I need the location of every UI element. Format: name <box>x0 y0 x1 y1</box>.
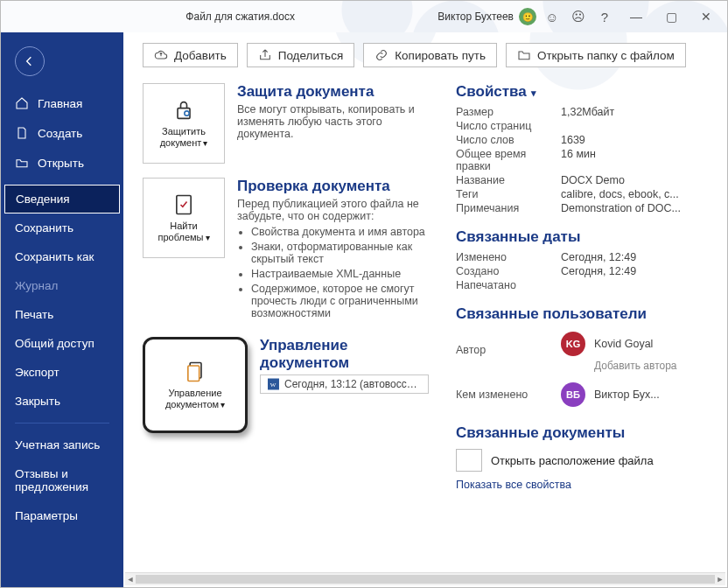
person-name: Виктор Бух... <box>594 388 660 401</box>
inspect-bullet-list: Свойства документа и имя автора Знаки, о… <box>251 226 431 319</box>
tile-label: Управление документом <box>165 388 222 410</box>
sidebar-item-label: Закрыть <box>15 395 60 408</box>
author-person[interactable]: KG Kovid Goyal <box>561 332 711 356</box>
face-smile-icon[interactable]: ☺ <box>542 6 563 27</box>
back-button[interactable] <box>15 46 45 76</box>
property-row: Размер1,32Мбайт <box>456 106 711 118</box>
sidebar-item-label: Общий доступ <box>15 337 94 350</box>
backstage-sidebar: Главная Создать Открыть Сведения Сохрани… <box>1 32 123 587</box>
sidebar-item-history: Журнал <box>1 271 123 300</box>
modified-by-person[interactable]: ВБ Виктор Бух... <box>561 382 711 407</box>
share-button[interactable]: Поделиться <box>247 43 355 67</box>
folder-open-icon <box>15 156 29 170</box>
tile-label: Защитить документ <box>160 126 206 148</box>
section-title: Проверка документа <box>237 178 431 195</box>
sidebar-item-label: Учетная запись <box>15 438 100 452</box>
user-name[interactable]: Виктор Бухтеев <box>438 10 514 23</box>
protect-document-tile[interactable]: Защитить документ▾ <box>143 83 225 164</box>
author-label: Автор <box>456 344 561 356</box>
property-row: Напечатано <box>456 279 711 291</box>
lock-icon <box>172 98 196 122</box>
link-icon <box>374 48 388 62</box>
horizontal-scrollbar[interactable]: ◄ ► <box>125 572 725 585</box>
people-heading: Связанные пользователи <box>456 305 711 323</box>
sidebar-item-label: Создать <box>38 127 82 140</box>
sidebar-item-info[interactable]: Сведения <box>4 185 120 214</box>
user-avatar-icon[interactable]: 🙂 <box>519 8 536 25</box>
svg-rect-4 <box>188 366 200 382</box>
info-pane: Добавить Поделиться Копировать путь Откр… <box>123 32 727 587</box>
add-author-link[interactable]: Добавить автора <box>594 360 677 372</box>
close-button[interactable]: ✕ <box>689 4 724 30</box>
svg-point-1 <box>185 111 189 116</box>
inspect-section: Найти проблемы▾ Проверка документа Перед… <box>143 178 431 323</box>
svg-text:W: W <box>270 382 276 388</box>
sidebar-item-export[interactable]: Экспорт <box>1 358 123 387</box>
sidebar-divider <box>15 423 109 424</box>
scroll-left-arrow[interactable]: ◄ <box>125 573 136 585</box>
sidebar-item-feedback[interactable]: Отзывы и предложения <box>1 459 123 501</box>
button-label: Открыть папку с файлом <box>537 49 675 62</box>
sidebar-item-label: Печать <box>15 308 53 321</box>
share-icon <box>258 48 272 62</box>
list-item: Свойства документа и имя автора <box>251 226 431 238</box>
sidebar-item-account[interactable]: Учетная запись <box>1 430 123 459</box>
home-icon <box>15 96 29 110</box>
sidebar-item-label: Сведения <box>16 192 70 206</box>
property-row: Число слов1639 <box>456 134 711 146</box>
checklist-icon <box>172 192 196 217</box>
related-docs-heading: Связанные документы <box>456 424 711 442</box>
sidebar-item-open[interactable]: Открыть <box>1 148 123 178</box>
sidebar-item-label: Параметры <box>15 509 78 522</box>
sidebar-item-save[interactable]: Сохранить <box>1 214 123 242</box>
property-row: ПримечанияDemonstration of DOC... <box>456 202 711 214</box>
open-location-label: Открыть расположение файла <box>491 454 654 467</box>
property-row: Общее время правки16 мин <box>456 148 711 172</box>
sidebar-item-save-as[interactable]: Сохранить как <box>1 242 123 271</box>
sidebar-item-home[interactable]: Главная <box>1 88 123 118</box>
document-icon <box>183 360 207 384</box>
minimize-button[interactable]: — <box>619 4 654 30</box>
sidebar-item-label: Сохранить как <box>15 250 94 263</box>
open-file-location[interactable]: Открыть расположение файла <box>456 449 711 472</box>
inspect-document-tile[interactable]: Найти проблемы▾ <box>143 178 225 258</box>
open-folder-button[interactable]: Открыть папку с файлом <box>506 43 686 67</box>
button-label: Добавить <box>174 49 227 62</box>
sidebar-item-close[interactable]: Закрыть <box>1 387 123 416</box>
property-row: СозданоСегодня, 12:49 <box>456 265 711 277</box>
copy-path-button[interactable]: Копировать путь <box>363 43 497 67</box>
property-row: НазваниеDOCX Demo <box>456 174 711 186</box>
manage-document-tile[interactable]: Управление документом▾ <box>143 337 248 433</box>
property-row: Число страниц <box>456 120 711 132</box>
svg-rect-0 <box>178 108 190 119</box>
maximize-button[interactable]: ▢ <box>654 4 689 30</box>
properties-heading[interactable]: Свойства ▾ <box>456 83 711 101</box>
folder-icon <box>456 449 482 472</box>
show-all-properties-link[interactable]: Показать все свойства <box>456 479 711 491</box>
folder-icon <box>517 48 531 62</box>
tile-label: Найти проблемы <box>158 220 203 242</box>
sidebar-item-options[interactable]: Параметры <box>1 501 123 530</box>
cloud-upload-icon <box>154 48 168 62</box>
sidebar-item-print[interactable]: Печать <box>1 300 123 329</box>
autorecover-version[interactable]: W Сегодня, 13:12 (автовосстан... <box>260 374 429 394</box>
upload-button[interactable]: Добавить <box>143 43 238 67</box>
scrollbar-thumb[interactable] <box>136 575 715 584</box>
sidebar-item-label: Журнал <box>15 279 58 292</box>
button-label: Копировать путь <box>395 49 486 62</box>
sidebar-item-label: Экспорт <box>15 366 60 379</box>
sidebar-item-label: Открыть <box>38 157 84 170</box>
face-sad-icon[interactable]: ☹ <box>568 6 589 27</box>
word-file-icon: W <box>268 378 279 390</box>
section-title: Защита документа <box>237 83 431 101</box>
title-bar: Файл для сжатия.docx Виктор Бухтеев 🙂 ☺ … <box>1 1 727 32</box>
help-icon[interactable]: ? <box>594 6 615 27</box>
modified-by-label: Кем изменено <box>456 388 561 401</box>
sidebar-item-share[interactable]: Общий доступ <box>1 329 123 358</box>
sidebar-item-label: Главная <box>38 97 82 110</box>
sidebar-item-new[interactable]: Создать <box>1 118 123 148</box>
scroll-right-arrow[interactable]: ► <box>715 573 725 585</box>
manage-section: Управление документом▾ Управление докуме… <box>143 337 431 433</box>
info-toolbar: Добавить Поделиться Копировать путь Откр… <box>143 43 711 67</box>
document-title: Файл для сжатия.docx <box>43 10 438 23</box>
